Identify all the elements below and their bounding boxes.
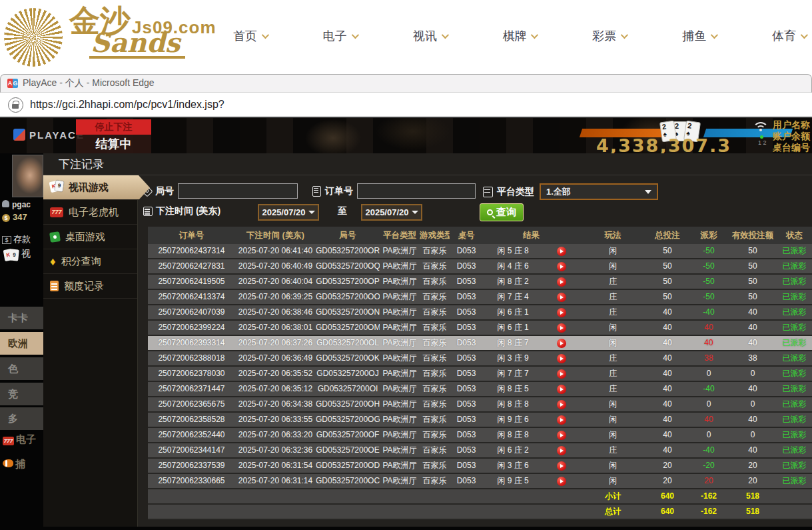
table-row[interactable]: 250720062399224 2025-07-20 06:38:01 GD05… — [148, 321, 812, 336]
order-input[interactable] — [357, 183, 476, 199]
sands-logo[interactable]: 金沙 Js09.com Sands — [4, 5, 216, 67]
replay-icon[interactable] — [557, 262, 566, 271]
cell-result: 闲 4 庄 6 — [483, 259, 543, 273]
date-from-picker[interactable]: 2025/07/20 — [258, 204, 319, 221]
replay-icon[interactable] — [557, 415, 566, 425]
replay-icon[interactable] — [557, 477, 566, 486]
cell-bet: 50 — [646, 259, 689, 273]
rail-item-捕[interactable]: 捕 — [3, 458, 25, 471]
table-row[interactable]: 250720062388018 2025-07-20 06:36:49 GD05… — [148, 351, 812, 367]
cell-bet: 40 — [646, 397, 689, 411]
lock-icon[interactable] — [8, 97, 23, 113]
nav-fishing[interactable]: 捕鱼 — [682, 28, 716, 44]
cell-valid: 38 — [729, 351, 777, 365]
replay-icon[interactable] — [557, 385, 566, 394]
cell-play: 闲 — [580, 244, 646, 258]
cell-time: 2025-07-20 06:37:26 — [235, 336, 316, 350]
sidebar-item-table-games[interactable]: 桌面游戏 — [43, 225, 137, 249]
cell-bet: 20 — [646, 459, 689, 473]
rail-item-竞[interactable]: 竞 — [0, 383, 43, 405]
playace-logo-icon — [13, 129, 25, 141]
table-row[interactable]: 250720062330665 2025-07-20 06:31:14 GD05… — [148, 474, 812, 489]
rail-item-色[interactable]: 色 — [0, 357, 43, 380]
url-text[interactable]: https://gci.2hhapi.com/pc/pcv1/index.jsp… — [30, 99, 224, 111]
cell-payout: 0 — [689, 428, 729, 442]
cell-result: 闲 7 庄 7 — [483, 367, 543, 381]
dropdown-caret-icon — [645, 190, 651, 194]
search-button[interactable]: 查询 — [480, 203, 524, 221]
cell-status: 已派彩 — [777, 413, 812, 427]
table-row[interactable]: 250720062407039 2025-07-20 06:38:46 GD05… — [148, 305, 812, 321]
nav-board[interactable]: 棋牌 — [502, 28, 536, 44]
cell-play: 闲 — [580, 428, 646, 442]
round-input[interactable] — [178, 183, 298, 199]
cell-time: 2025-07-20 06:34:38 — [235, 397, 316, 411]
table-row[interactable]: 250720062437314 2025-07-20 06:41:40 GD05… — [148, 244, 812, 259]
nav-lottery[interactable]: 彩票 — [592, 28, 626, 44]
cell-bet: 40 — [646, 321, 689, 335]
replay-icon[interactable] — [557, 369, 566, 379]
table-row[interactable]: 250720062419505 2025-07-20 06:40:04 GD05… — [148, 275, 812, 290]
replay-icon[interactable] — [557, 308, 566, 317]
cell-play: 庄 — [580, 443, 646, 457]
nav-electronic[interactable]: 电子 — [323, 28, 357, 44]
table-row[interactable]: 250720062365675 2025-07-20 06:34:38 GD05… — [148, 397, 812, 413]
cell-round: GD053257200OR — [316, 244, 380, 258]
cell-valid: 50 — [729, 275, 777, 289]
time-filter-label: 下注时间 (美东) — [156, 205, 220, 217]
sidebar-item-video-games[interactable]: 视讯游戏 — [43, 175, 150, 200]
date-to-picker[interactable]: 2025/07/20 — [361, 204, 422, 221]
table-row[interactable]: 250720062344147 2025-07-20 06:32:36 GD05… — [148, 443, 812, 459]
cell-result: 闲 7 庄 4 — [483, 290, 543, 304]
replay-icon[interactable] — [557, 461, 566, 471]
platform-select[interactable]: 1.全部 — [540, 183, 658, 200]
video-games-shortcut[interactable]: K9 视 — [4, 248, 31, 261]
platform-filter-label: 平台类型 — [497, 186, 534, 198]
deposit-button[interactable]: $存款 — [2, 233, 31, 245]
cell-time: 2025-07-20 06:38:46 — [235, 305, 316, 319]
cell-payout: -50 — [689, 259, 729, 273]
sidebar-item-points-query[interactable]: ♦积分查询 — [43, 249, 137, 274]
table-row[interactable]: 250720062352440 2025-07-20 06:33:20 GD05… — [148, 428, 812, 443]
date-to-label: 至 — [338, 205, 347, 217]
rail-item-欧洲[interactable]: 欧洲 — [0, 332, 43, 355]
table-row[interactable]: 250720062427831 2025-07-20 06:40:49 GD05… — [148, 259, 812, 275]
url-bar[interactable]: https://gci.2hhapi.com/pc/pcv1/index.jsp… — [0, 93, 812, 118]
cell-play: 庄 — [580, 351, 646, 365]
cell-result: 闲 6 庄 1 — [483, 321, 543, 335]
rail-item-卡卡[interactable]: 卡卡 — [0, 307, 43, 329]
nav-sports[interactable]: 体育 — [772, 28, 806, 44]
nav-video[interactable]: 视讯 — [413, 28, 447, 44]
replay-icon[interactable] — [557, 323, 566, 333]
replay-icon[interactable] — [557, 247, 566, 256]
replay-icon[interactable] — [557, 354, 566, 363]
slot-777-icon: 777 — [50, 207, 63, 217]
replay-icon[interactable] — [557, 431, 566, 440]
table-row[interactable]: 250720062337539 2025-07-20 06:31:54 GD05… — [148, 459, 812, 474]
cell-game: 百家乐 — [420, 244, 450, 258]
replay-icon[interactable] — [557, 339, 566, 348]
table-row[interactable]: 250720062358528 2025-07-20 06:33:55 GD05… — [148, 413, 812, 428]
cell-status: 已派彩 — [777, 367, 812, 381]
chevron-down-icon — [801, 31, 808, 39]
nav-home[interactable]: 首页 — [233, 28, 267, 44]
cell-status: 已派彩 — [777, 382, 812, 396]
cell-round: GD053257200OH — [316, 397, 380, 411]
sidebar-item-slots[interactable]: 777电子老虎机 — [43, 200, 137, 225]
cell-order: 250720062393314 — [148, 336, 235, 350]
rail-item-多[interactable]: 多 — [0, 407, 43, 430]
table-row[interactable]: 250720062393314 2025-07-20 06:37:26 GD05… — [148, 336, 812, 351]
clipboard-icon — [312, 186, 321, 197]
search-icon — [487, 209, 493, 215]
sidebar-item-quota-record[interactable]: 额度记录 — [43, 274, 137, 299]
table-row[interactable]: 250720062413374 2025-07-20 06:39:25 GD05… — [148, 290, 812, 305]
rail-item-电子[interactable]: 777电子 — [3, 433, 36, 446]
replay-icon[interactable] — [557, 446, 566, 455]
table-row[interactable]: 250720062371447 2025-07-20 06:35:12 GD05… — [148, 382, 812, 397]
replay-icon[interactable] — [557, 293, 566, 302]
table-row[interactable]: 250720062378030 2025-07-20 06:35:52 GD05… — [148, 367, 812, 382]
replay-icon[interactable] — [557, 277, 566, 287]
cell-game: 百家乐 — [420, 275, 450, 289]
cell-table: D053 — [450, 413, 483, 427]
replay-icon[interactable] — [557, 400, 566, 409]
